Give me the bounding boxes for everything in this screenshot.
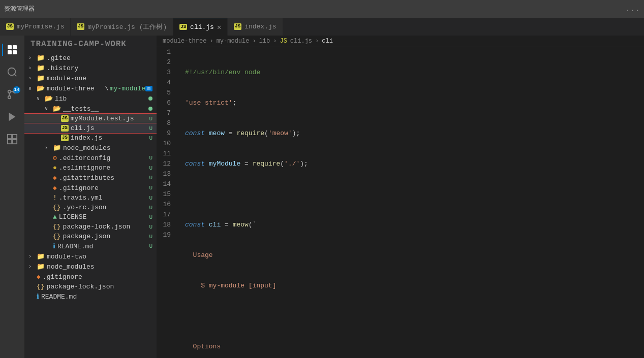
tree-item-license[interactable]: ▲ LICENSE U [24,212,157,222]
line-number: 4 [157,78,175,88]
sidebar: TRAINING-CAMP-WORK › 📁 .gitee › 📁 .histo… [24,36,157,358]
tab-cliJs[interactable]: JS cli.js ✕ [173,18,228,36]
tree-item-module-one[interactable]: › 📁 module-one [24,73,157,83]
tab-label: cli.js [190,23,214,31]
breadcrumb-sep: › [209,38,213,45]
file-name: lib [55,95,148,103]
file-name: myModule.test.js [71,115,149,122]
tree-item-node-modules[interactable]: › 📁 node_modules [24,143,157,153]
svg-rect-2 [8,50,12,54]
file-name: .yo-rc.json [63,204,149,211]
breadcrumb: module-three › my-module › lib › JS cli.… [157,36,644,47]
tree-item-module-two[interactable]: › 📁 module-two [24,251,157,262]
code-line-6: const cli = meow(` [185,220,640,230]
git-status-badge: U [149,185,152,191]
code-line-2: 'use strict'; [185,98,640,108]
line-number: 11 [157,149,175,159]
tab-myPromise[interactable]: JS myPromise.js [0,18,71,36]
js-icon: JS [6,23,14,30]
tree-item-travisyml[interactable]: ! .travis.yml U [24,193,157,203]
tree-item-readmemd[interactable]: ℹ README.md U [24,241,157,251]
tree-item-readmemd-root[interactable]: ℹ README.md [24,291,157,302]
chevron-right-icon: › [28,55,37,61]
line-number: 13 [157,169,175,179]
tree-item-gitignore-root[interactable]: ◆ .gitignore [24,272,157,282]
tree-item-history[interactable]: › 📁 .history [24,63,157,73]
dot-indicator [148,96,152,101]
file-name: README.md [41,293,157,301]
git-status-badge: U [149,224,152,230]
line-number: 15 [157,189,175,200]
file-name: node_modules [47,263,157,271]
file-name: .gitignore [59,184,149,192]
line-number: 3 [157,68,175,78]
tree-item-lib[interactable]: ∨ 📂 lib [24,93,157,104]
file-name: module-three [47,85,104,92]
file-name: README.md [57,243,149,250]
more-button[interactable]: ... [625,5,640,14]
git-status-badge: U [149,205,152,211]
tab-myPromiseWork[interactable]: JS myPromise.js (工作树) [71,18,173,36]
line-number: 14 [157,179,175,189]
tree-item-gitignore[interactable]: ◆ .gitignore U [24,183,157,193]
file-name: .gitignore [43,273,157,281]
tree-item-eslintignore[interactable]: ● .eslintignore U [24,163,157,173]
activity-extensions[interactable] [2,129,22,149]
code-editor[interactable]: #!/usr/bin/env node 'use strict'; const … [181,47,644,358]
activity-bar: 14 [0,36,24,358]
braces-icon: {} [53,204,61,211]
tree-item-module-three[interactable]: ∨ 📂 module-three \ my-module m [24,83,157,93]
activity-search[interactable] [2,62,22,82]
chevron-right-icon: › [28,76,37,81]
braces-icon: {} [37,283,45,290]
git-badge: m [145,86,152,91]
activity-run[interactable] [2,107,22,127]
tab-indexJs[interactable]: JS index.js [228,18,283,36]
git-status-badge: U [149,214,152,220]
editor-content[interactable]: 1 2 3 4 5 6 7 8 9 10 11 12 13 14 15 16 1… [157,47,644,358]
file-name: package-lock.json [63,223,149,231]
line-number: 2 [157,57,175,68]
braces-icon: {} [53,223,61,231]
tree-item-gitee[interactable]: › 📁 .gitee [24,53,157,63]
tree-item-tests[interactable]: ∨ 📂 __tests__ [24,104,157,114]
activity-explorer[interactable] [2,40,22,60]
svg-rect-13 [13,140,17,144]
file-name: package.json [63,233,149,240]
svg-point-6 [8,96,11,99]
main-area: 14 TRAINING-CAMP-WORK › 📁 .gitee › 📁 .hi… [0,36,644,358]
tree-item-yorcjson[interactable]: {} .yo-rc.json U [24,203,157,212]
tree-item-node-modules-root[interactable]: › 📁 node_modules [24,262,157,272]
tab-close-icon[interactable]: ✕ [217,23,221,31]
folder-icon: 📁 [37,263,45,271]
activity-source-control[interactable]: 14 [2,84,22,105]
code-line-3: const meow = require('meow'); [185,128,640,139]
tree-item-mymodule-test[interactable]: JS myModule.test.js U [24,114,157,123]
file-name: LICENSE [59,213,149,221]
dot-indicator [148,107,152,111]
folder-icon: 📁 [37,252,45,261]
svg-rect-10 [8,135,12,139]
line-number: 5 [157,88,175,98]
tree-item-gitattributes[interactable]: ◆ .gitattributes U [24,173,157,183]
tree-item-packagelock-root[interactable]: {} package-lock.json [24,282,157,291]
tree-item-editorconfig[interactable]: ⚙ .editorconfig U [24,153,157,163]
sidebar-label: TRAINING-CAMP-WORK [30,40,127,49]
folder-icon: 📁 [37,64,45,72]
tree-item-packagejson[interactable]: {} package.json U [24,232,157,241]
file-name: module-one [47,75,157,82]
svg-point-8 [8,90,11,93]
line-number: 7 [157,108,175,118]
line-number: 19 [157,230,175,240]
line-number: 12 [157,159,175,169]
diamond-icon: ◆ [53,174,57,182]
line-number: 8 [157,118,175,128]
tree-item-packagelock[interactable]: {} package-lock.json U [24,222,157,232]
braces-icon: {} [53,233,61,240]
svg-rect-0 [8,45,12,49]
svg-rect-3 [13,50,17,54]
tree-item-index-js[interactable]: JS index.js U [24,133,157,143]
folder-open-icon: 📂 [53,105,61,113]
tree-item-cli-js[interactable]: JS cli.js U [24,123,157,133]
breadcrumb-part: cli.js [290,38,312,45]
